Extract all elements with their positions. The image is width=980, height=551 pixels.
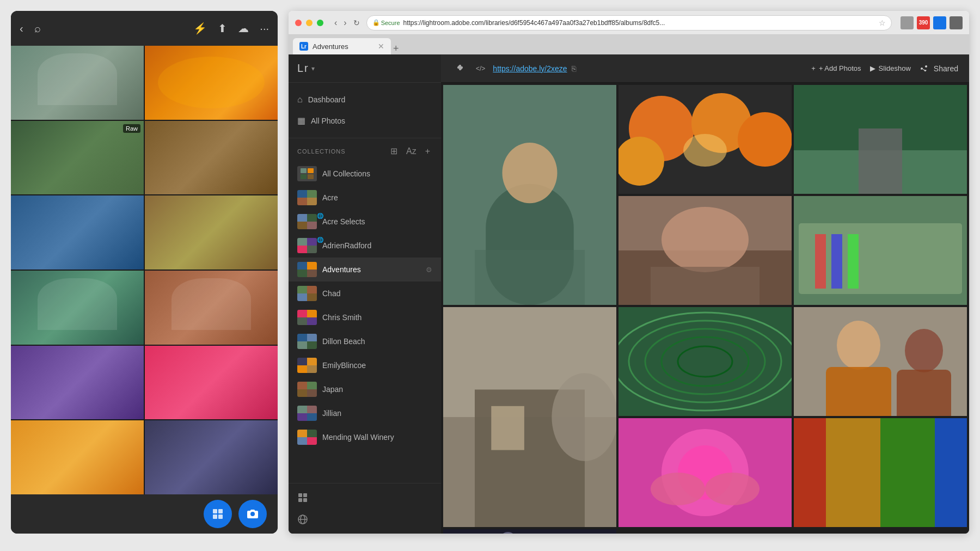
address-bar[interactable]: 🔒 Secure https://lightroom.adobe.com/lib… xyxy=(366,15,892,30)
svg-rect-2 xyxy=(213,515,217,519)
lr-caret[interactable]: ▾ xyxy=(311,65,315,72)
photo-cell-8[interactable] xyxy=(794,307,967,416)
collection-item-dillon-beach[interactable]: Dillon Beach xyxy=(289,329,441,353)
photo-cell-9[interactable] xyxy=(618,418,792,527)
slideshow-button[interactable]: ▶ Slideshow xyxy=(870,64,911,72)
sidebar-item-all-photos[interactable]: ▦ All Photos xyxy=(289,110,441,131)
photo-cell-3[interactable] xyxy=(794,85,967,194)
more-icon[interactable]: ··· xyxy=(260,22,269,35)
main-area: </> https://adobe.ly/2xeze ⎘ + + Add Pho… xyxy=(441,54,969,534)
photo-cell-4[interactable] xyxy=(618,196,792,305)
svg-rect-61 xyxy=(443,529,616,534)
svg-rect-5 xyxy=(303,493,307,497)
photo-cell-1[interactable] xyxy=(443,85,616,305)
mobile-photo-cell[interactable] xyxy=(11,271,144,345)
code-icon-button[interactable]: </> xyxy=(473,63,488,75)
collection-item-japan[interactable]: Japan xyxy=(289,377,441,401)
mobile-photo-cell[interactable] xyxy=(145,271,278,345)
photo-cell-7[interactable] xyxy=(618,307,792,416)
refresh-button[interactable]: ↻ xyxy=(351,18,362,28)
collection-thumbnail xyxy=(297,310,317,325)
svg-point-46 xyxy=(837,321,880,370)
collection-item-acre-selects[interactable]: 🌐 Acre Selects xyxy=(289,210,441,234)
collection-item-acre[interactable]: Acre xyxy=(289,186,441,210)
collection-item-mending-wall[interactable]: Mending Wall Winery xyxy=(289,425,441,449)
photo-cell-10[interactable] xyxy=(794,418,967,527)
browser-chrome: ‹ › ↻ 🔒 Secure https://lightroom.adobe.c… xyxy=(289,11,969,35)
raw-badge: Raw xyxy=(123,124,140,133)
close-window-button[interactable] xyxy=(295,20,302,26)
mobile-photo-cell[interactable]: Raw xyxy=(11,121,144,195)
tab-adventures[interactable]: Lr Adventures ✕ xyxy=(293,38,391,54)
svg-rect-28 xyxy=(651,267,759,305)
extension-icon-2[interactable]: 390 xyxy=(917,16,930,29)
photo-cell-2[interactable] xyxy=(618,85,792,194)
search-icon[interactable]: ⌕ xyxy=(34,22,41,35)
mobile-photo-cell[interactable] xyxy=(145,195,278,270)
tab-close-button[interactable]: ✕ xyxy=(378,42,384,51)
mobile-photo-cell[interactable] xyxy=(11,46,144,120)
svg-rect-37 xyxy=(491,406,524,450)
link-icon-button[interactable] xyxy=(452,60,468,77)
collection-item-chad[interactable]: Chad xyxy=(289,281,441,305)
mobile-photo-cell[interactable] xyxy=(11,195,144,270)
copy-url-button[interactable]: ⎘ xyxy=(572,64,576,73)
forward-button[interactable]: › xyxy=(341,18,348,28)
extension-icon-4[interactable] xyxy=(950,16,963,29)
mobile-photo-cell[interactable] xyxy=(145,121,278,195)
mobile-app-panel: ‹ ⌕ ⚡ ⬆ ☁ ··· Raw xyxy=(11,11,278,534)
collection-label: EmilyBlincoe xyxy=(322,361,366,370)
collection-item-jillian[interactable]: Jillian xyxy=(289,401,441,425)
collection-item-emilyblincoe[interactable]: EmilyBlincoe xyxy=(289,353,441,377)
sidebar-item-dashboard[interactable]: ⌂ Dashboard xyxy=(289,89,441,110)
photo-cell-6[interactable] xyxy=(443,307,616,527)
home-icon: ⌂ xyxy=(297,95,303,105)
mobile-photo-cell[interactable] xyxy=(145,346,278,420)
mobile-photo-cell[interactable] xyxy=(145,420,278,494)
new-tab-button[interactable]: + xyxy=(393,43,399,54)
add-photos-button[interactable]: + + Add Photos xyxy=(811,64,861,72)
share-icon[interactable]: ⬆ xyxy=(218,22,227,35)
sort-button[interactable]: Az xyxy=(404,145,419,157)
grid-view-button[interactable]: ⊞ xyxy=(388,145,400,157)
back-icon[interactable]: ‹ xyxy=(20,22,23,35)
maximize-window-button[interactable] xyxy=(317,20,323,26)
collection-label: Acre Selects xyxy=(322,217,365,226)
camera-button[interactable] xyxy=(238,500,267,528)
filter-icon[interactable]: ⚡ xyxy=(193,22,207,35)
svg-rect-1 xyxy=(218,509,223,513)
share-url-text[interactable]: https://adobe.ly/2xeze xyxy=(493,64,567,73)
shared-button[interactable]: Shared xyxy=(920,64,958,73)
minimize-window-button[interactable] xyxy=(306,20,313,26)
photo-cell-5[interactable] xyxy=(794,196,967,305)
share-url-box: </> https://adobe.ly/2xeze ⎘ xyxy=(452,60,805,77)
sidebar-world-icon[interactable] xyxy=(293,510,437,529)
collection-item-chris-smith[interactable]: Chris Smith xyxy=(289,305,441,329)
collection-thumbnail xyxy=(297,358,317,373)
svg-point-48 xyxy=(905,329,943,372)
collection-item-adrienradford[interactable]: 🌐 AdrienRadford xyxy=(289,234,441,258)
settings-icon[interactable]: ⚙ xyxy=(426,266,432,274)
collection-item-adventures[interactable]: Adventures ⚙ xyxy=(289,258,441,281)
photo-cell-11[interactable] xyxy=(443,529,616,534)
back-button[interactable]: ‹ xyxy=(332,18,339,28)
main-toolbar: </> https://adobe.ly/2xeze ⎘ + + Add Pho… xyxy=(441,54,969,83)
svg-rect-33 xyxy=(848,234,859,289)
mobile-photo-cell[interactable] xyxy=(11,420,144,494)
bookmark-button[interactable]: ☆ xyxy=(879,19,886,27)
add-photo-button[interactable] xyxy=(204,500,232,528)
collection-label: Acre xyxy=(322,193,338,202)
cloud-icon[interactable]: ☁ xyxy=(238,22,249,35)
collection-label: Adventures xyxy=(322,265,361,274)
collections-list: All Collections Acre 🌐 xyxy=(289,162,441,483)
extension-icon-1[interactable] xyxy=(901,16,914,29)
mobile-photo-cell[interactable] xyxy=(145,46,278,120)
collection-item-all[interactable]: All Collections xyxy=(289,162,441,186)
extension-icon-3[interactable] xyxy=(933,16,946,29)
sidebar-library-icon[interactable] xyxy=(293,488,437,507)
all-collections-icon xyxy=(297,166,317,181)
globe-icon: 🌐 xyxy=(317,237,323,243)
mobile-photo-cell[interactable] xyxy=(11,346,144,420)
add-collection-button[interactable]: + xyxy=(423,145,432,157)
svg-rect-32 xyxy=(831,234,842,289)
